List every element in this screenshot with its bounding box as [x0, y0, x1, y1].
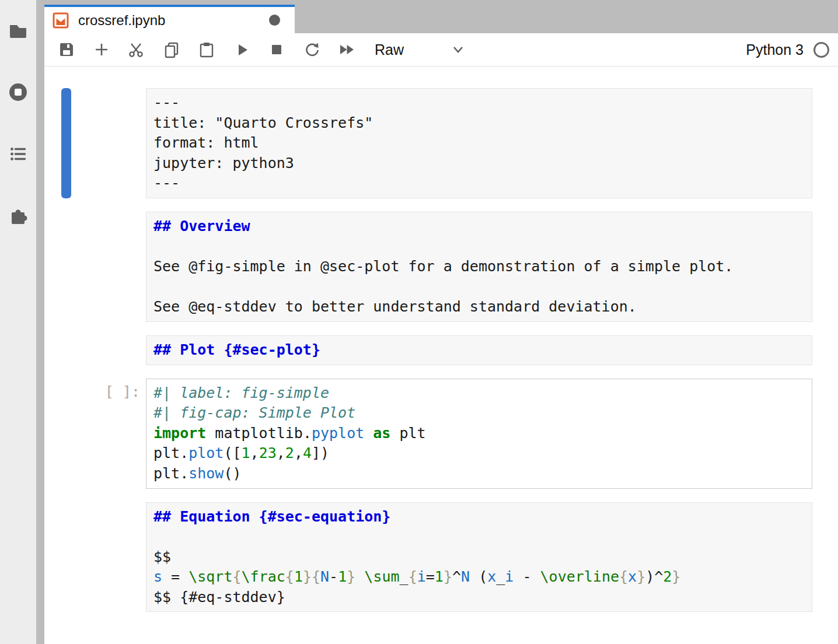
notebook-cell-code-3: [ ]:#| label: fig-simple#| fig-cap: Simp… — [61, 379, 812, 489]
notebook-cell-markdown-4: ## Equation {#sec-equation}$$s = \sqrt{\… — [61, 502, 812, 612]
save-icon — [57, 40, 76, 59]
code-line: import matplotlib.pyplot as plt — [153, 424, 805, 444]
run-cell-button[interactable] — [229, 38, 254, 61]
kernel-status-icon — [813, 42, 829, 58]
code-line: jupyter: python3 — [153, 153, 805, 174]
cell-type-select[interactable]: Raw — [375, 41, 466, 58]
code-line — [153, 237, 805, 257]
cell-input-prompt — [71, 502, 146, 612]
extensions-icon[interactable] — [8, 205, 29, 226]
cell-input-prompt: [ ]: — [71, 379, 146, 489]
restart-icon — [302, 40, 321, 59]
run-icon — [232, 40, 251, 59]
notebook-file-icon — [52, 12, 69, 29]
left-sidebar — [0, 0, 36, 644]
notebook-panel: Raw Python 3 ---title: "Quarto Crossrefs… — [44, 33, 838, 644]
notebook-toolbar: Raw Python 3 — [44, 33, 838, 66]
cut-cells-button[interactable] — [124, 38, 149, 61]
code-line: $$ {#eq-stddev} — [153, 587, 805, 608]
running-sessions-icon[interactable] — [8, 82, 29, 103]
code-line: plt.plot([1,23,2,4]) — [153, 443, 805, 464]
code-line: --- — [153, 173, 805, 194]
cell-editor[interactable]: ## OverviewSee @fig-simple in @sec-plot … — [146, 212, 812, 322]
main-dock-panel: crossref.ipynb — [36, 0, 838, 644]
jupyterlab-shell: crossref.ipynb — [0, 0, 838, 644]
stop-icon — [267, 40, 286, 59]
copy-cells-button[interactable] — [159, 38, 184, 61]
tab-bar: crossref.ipynb — [44, 0, 838, 33]
cell-collapser[interactable] — [61, 212, 71, 322]
fast-forward-icon — [337, 40, 356, 59]
code-line: ## Overview — [153, 216, 805, 237]
notebook-cells: ---title: "Quarto Crossrefs"format: html… — [44, 66, 838, 644]
code-line: #| fig-cap: Simple Plot — [153, 403, 805, 424]
cell-editor[interactable]: ## Plot {#sec-plot} — [146, 335, 812, 365]
interrupt-kernel-button[interactable] — [264, 38, 289, 61]
code-line: --- — [153, 93, 805, 113]
scissors-icon — [127, 40, 146, 59]
code-line: format: html — [153, 133, 805, 153]
cell-editor[interactable]: ## Equation {#sec-equation}$$s = \sqrt{\… — [146, 502, 812, 612]
restart-run-all-button[interactable] — [334, 38, 359, 61]
save-button[interactable] — [54, 38, 79, 61]
insert-cell-button[interactable] — [89, 38, 114, 61]
code-line: See @eq-stddev to better understand stan… — [153, 297, 805, 317]
cell-editor[interactable]: ---title: "Quarto Crossrefs"format: html… — [146, 88, 812, 198]
notebook-cell-raw-0: ---title: "Quarto Crossrefs"format: html… — [61, 88, 812, 198]
table-of-contents-icon[interactable] — [8, 144, 29, 164]
cell-input-prompt — [71, 212, 146, 322]
kernel-name: Python 3 — [746, 41, 804, 58]
cell-collapser[interactable] — [61, 502, 71, 612]
paste-cells-button[interactable] — [194, 38, 219, 61]
folder-icon[interactable] — [8, 20, 29, 41]
code-line: ## Plot {#sec-plot} — [153, 340, 805, 360]
notebook-cell-markdown-2: ## Plot {#sec-plot} — [61, 335, 812, 365]
active-cell-collapser[interactable] — [61, 88, 71, 198]
copy-icon — [162, 40, 181, 59]
cell-input-prompt — [71, 335, 146, 365]
cell-collapser[interactable] — [61, 335, 71, 365]
clipboard-icon — [197, 40, 216, 59]
code-line: $$ — [153, 547, 805, 568]
restart-kernel-button[interactable] — [299, 38, 324, 61]
chevron-down-icon — [451, 42, 466, 57]
code-line: title: "Quarto Crossrefs" — [153, 113, 805, 134]
unsaved-changes-dot[interactable] — [269, 15, 280, 26]
code-line: #| label: fig-simple — [153, 383, 805, 404]
code-line — [153, 277, 805, 298]
plus-icon — [92, 40, 111, 59]
cell-input-prompt — [71, 88, 146, 198]
code-line: ## Equation {#sec-equation} — [153, 507, 805, 527]
code-line: See @fig-simple in @sec-plot for a demon… — [153, 257, 805, 277]
cell-editor[interactable]: #| label: fig-simple#| fig-cap: Simple P… — [146, 379, 812, 489]
notebook-cell-markdown-1: ## OverviewSee @fig-simple in @sec-plot … — [61, 212, 812, 322]
tab-title: crossref.ipynb — [78, 12, 165, 29]
code-line: plt.show() — [153, 464, 805, 484]
code-line — [153, 527, 805, 547]
cell-collapser[interactable] — [61, 379, 71, 489]
cell-type-value: Raw — [375, 41, 404, 58]
tab-crossref-ipynb[interactable]: crossref.ipynb — [44, 5, 295, 33]
code-line: s = \sqrt{\frac{1}{N-1} \sum_{i=1}^N (x_… — [153, 567, 805, 587]
kernel-indicator[interactable]: Python 3 — [746, 41, 838, 58]
